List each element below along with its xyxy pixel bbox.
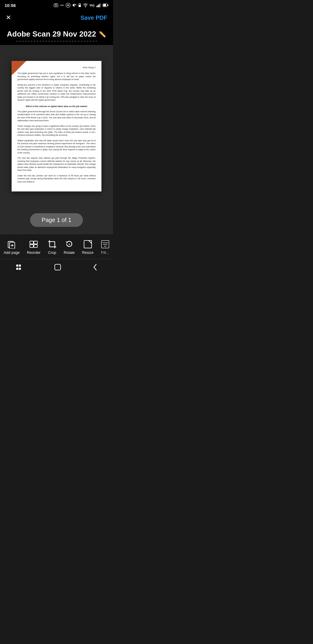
document-preview: Brian Abuga 2 The Qatari government has … bbox=[12, 61, 101, 192]
svg-point-11 bbox=[85, 7, 86, 8]
back-icon bbox=[92, 263, 98, 271]
doc-corner-fold bbox=[12, 61, 26, 75]
svg-point-3 bbox=[61, 5, 61, 6]
svg-rect-0 bbox=[54, 4, 58, 7]
svg-rect-33 bbox=[84, 240, 92, 248]
top-bar: ✕ Save PDF bbox=[0, 10, 113, 25]
svg-point-32 bbox=[69, 244, 70, 245]
toolbar-item-rotate[interactable]: Rotate bbox=[61, 239, 77, 256]
page-indicator-container: Page 1 of 1 bbox=[0, 207, 113, 234]
add-page-icon bbox=[7, 240, 16, 249]
svg-rect-39 bbox=[16, 265, 18, 267]
doc-paragraph-5: Skilled expatriates who had left Qatar w… bbox=[17, 139, 96, 155]
spotify-icon bbox=[66, 3, 70, 8]
toolbar-item-reorder[interactable]: Reorder bbox=[25, 239, 43, 256]
toolbar-item-add-page[interactable]: Add page bbox=[1, 239, 22, 256]
svg-rect-24 bbox=[34, 241, 37, 244]
photo-icon bbox=[54, 3, 58, 7]
rotate-icon bbox=[65, 240, 74, 249]
filter-label: Filt... bbox=[101, 250, 109, 255]
doc-paragraph-7: Under the new law, workers can work for … bbox=[17, 174, 96, 184]
rotate-label: Rotate bbox=[64, 250, 75, 255]
title-underline bbox=[16, 41, 97, 41]
bottom-toolbar: Add page Reorder Crop Rotate bbox=[0, 234, 113, 259]
resize-icon bbox=[83, 240, 92, 249]
crop-label: Crop bbox=[48, 250, 56, 255]
mute-icon bbox=[72, 3, 76, 8]
svg-rect-18 bbox=[103, 4, 106, 6]
doc-paragraph-1: The Qatari government has put in new reg… bbox=[17, 72, 96, 81]
save-pdf-button[interactable]: Save PDF bbox=[81, 15, 107, 21]
doc-author: Brian Abuga 2 bbox=[17, 66, 96, 69]
close-button[interactable]: ✕ bbox=[6, 14, 11, 21]
toolbar-item-crop[interactable]: Crop bbox=[46, 239, 59, 256]
edit-title-icon[interactable]: ✏️ bbox=[99, 31, 106, 38]
svg-rect-2 bbox=[55, 3, 57, 4]
lock-icon bbox=[78, 3, 81, 8]
svg-rect-42 bbox=[19, 268, 21, 270]
title-area: Adobe Scan 29 Nov 2022 ✏️ bbox=[0, 25, 113, 45]
doc-paragraph-6: The new law requires that salaries get p… bbox=[17, 157, 96, 172]
nav-menu-button[interactable] bbox=[15, 264, 23, 272]
svg-rect-14 bbox=[99, 4, 100, 7]
svg-rect-12 bbox=[97, 6, 97, 7]
page-indicator: Page 1 of 1 bbox=[30, 213, 83, 227]
add-page-label: Add page bbox=[3, 250, 20, 255]
svg-point-1 bbox=[55, 5, 57, 6]
svg-rect-26 bbox=[34, 245, 37, 247]
document-content: Brian Abuga 2 The Qatari government has … bbox=[12, 61, 101, 192]
svg-rect-25 bbox=[30, 245, 33, 247]
toolbar-item-resize[interactable]: Resize bbox=[80, 239, 96, 256]
doc-section-heading: Effect of the reforms on Qatari labor la… bbox=[17, 105, 96, 108]
status-time: 10:56 bbox=[5, 3, 16, 8]
wifi-icon bbox=[83, 3, 88, 7]
reorder-icon bbox=[29, 240, 38, 249]
doc-paragraph-2: Ninety-four percent of the workforce in … bbox=[17, 84, 96, 102]
svg-rect-17 bbox=[108, 4, 108, 6]
document-title: Adobe Scan 29 Nov 2022 ✏️ bbox=[7, 30, 106, 39]
svg-rect-43 bbox=[55, 264, 61, 270]
resize-label: Resize bbox=[82, 250, 94, 255]
svg-point-4 bbox=[62, 5, 63, 6]
svg-rect-41 bbox=[16, 268, 18, 270]
svg-rect-27 bbox=[50, 242, 55, 247]
reorder-label: Reorder bbox=[27, 250, 41, 255]
filter-icon bbox=[101, 240, 110, 249]
doc-paragraph-3: The Qatari government through the Shura … bbox=[17, 110, 96, 122]
toolbar-item-filter[interactable]: Filt... bbox=[99, 239, 112, 256]
status-bar: 10:56 bbox=[0, 0, 113, 10]
nav-back-button[interactable] bbox=[92, 263, 98, 272]
dots-icon bbox=[60, 3, 64, 7]
signal-icon bbox=[96, 3, 101, 7]
doc-paragraph-4: These changes are going to have a signif… bbox=[17, 125, 96, 137]
svg-marker-7 bbox=[73, 3, 74, 7]
lte-label: Vo) bbox=[90, 3, 94, 7]
svg-rect-40 bbox=[19, 265, 21, 267]
home-icon bbox=[54, 263, 62, 271]
preview-area: Brian Abuga 2 The Qatari government has … bbox=[0, 45, 113, 207]
nav-home-button[interactable] bbox=[54, 263, 62, 272]
svg-point-5 bbox=[63, 5, 64, 6]
battery-icon bbox=[103, 3, 108, 7]
svg-rect-23 bbox=[30, 241, 33, 244]
svg-rect-13 bbox=[98, 5, 99, 7]
crop-icon bbox=[48, 240, 57, 249]
nav-bar bbox=[0, 259, 113, 278]
menu-icon bbox=[15, 264, 23, 270]
status-icons: Vo) bbox=[54, 3, 108, 8]
svg-rect-15 bbox=[100, 3, 101, 7]
svg-rect-10 bbox=[79, 5, 81, 7]
